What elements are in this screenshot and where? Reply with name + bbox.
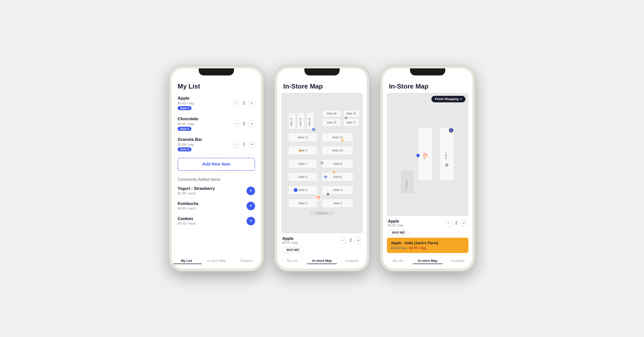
increment-button[interactable]: + bbox=[248, 120, 255, 127]
card-name-price: Apple $4.00 / bag bbox=[282, 236, 297, 244]
item-name: Granola Bar bbox=[178, 137, 233, 142]
svg-text:★: ★ bbox=[299, 148, 302, 153]
nav-coupons[interactable]: Coupons bbox=[442, 258, 472, 264]
increment-button[interactable]: + bbox=[460, 220, 467, 227]
svg-point-61 bbox=[416, 154, 420, 157]
notch bbox=[304, 68, 340, 75]
svg-text:Aisle 4: Aisle 4 bbox=[333, 188, 342, 191]
close-icon[interactable]: × bbox=[460, 97, 462, 101]
item-info: Kombucha $4.00 / each bbox=[178, 201, 198, 210]
qty-control: − 2 + bbox=[233, 100, 255, 107]
qty-control: − 2 + bbox=[445, 220, 467, 227]
svg-point-44 bbox=[327, 193, 329, 195]
coupon-prices: $4.00 / bag $2.00 / bag bbox=[391, 245, 464, 250]
decrement-button[interactable]: − bbox=[233, 100, 240, 107]
quantity: 2 bbox=[454, 221, 458, 225]
item-price: $1.99 / each bbox=[178, 191, 215, 195]
finish-shopping-label: Finish Shopping bbox=[435, 97, 459, 101]
svg-point-41 bbox=[294, 188, 298, 192]
item-price: $4.50 / each bbox=[178, 222, 196, 225]
svg-text:★: ★ bbox=[332, 170, 336, 175]
coupon-sale-price: $2.00 / bag bbox=[409, 246, 426, 250]
nav-my-list[interactable]: My List bbox=[172, 258, 202, 264]
item-price: $4.00 / bag bbox=[178, 101, 233, 105]
quantity: 2 bbox=[349, 238, 353, 243]
nav-coupons[interactable]: Coupons bbox=[231, 258, 261, 264]
svg-text:Aisle 2: Aisle 2 bbox=[333, 202, 342, 205]
bottom-nav: My List In-store Map Coupons bbox=[383, 255, 472, 269]
add-button[interactable]: + bbox=[247, 217, 255, 225]
coupon-orig-price: $4.00 / bag bbox=[391, 246, 406, 250]
nav-coupons[interactable]: Coupons bbox=[337, 258, 367, 264]
map-bottom-card: Apple $4.00 / bag − 2 + MAP ME! bbox=[383, 216, 472, 238]
qty-control: − 2 + bbox=[340, 237, 362, 244]
nav-my-list[interactable]: My List bbox=[277, 258, 307, 264]
common-item: Cookies $4.50 / each + bbox=[172, 214, 261, 229]
decrement-button[interactable]: − bbox=[233, 141, 240, 148]
svg-text:Aisle 16: Aisle 16 bbox=[327, 121, 336, 124]
svg-text:Entrance: Entrance bbox=[405, 180, 408, 189]
common-item: Kombucha $4.00 / each + bbox=[172, 198, 261, 214]
svg-text:Aisle 14: Aisle 14 bbox=[299, 118, 302, 127]
item-name: Chocolate bbox=[178, 116, 233, 121]
item-price: $4.00 / each bbox=[178, 206, 198, 210]
svg-text:Aisle 7: Aisle 7 bbox=[299, 162, 307, 165]
section-heading: Commonly Added Items bbox=[172, 174, 261, 183]
nav-instore-map[interactable]: In-store Map bbox=[202, 258, 231, 264]
decrement-button[interactable]: − bbox=[340, 237, 347, 244]
coupon-title: Apple - Gala (Jack's Farm) bbox=[391, 241, 464, 245]
svg-text:Aisle 13: Aisle 13 bbox=[290, 118, 293, 127]
svg-text:Aisle 8: Aisle 8 bbox=[333, 162, 342, 165]
card-name: Apple bbox=[282, 236, 297, 241]
decrement-button[interactable]: − bbox=[445, 220, 452, 227]
svg-text:Aisle 6: Aisle 6 bbox=[333, 175, 342, 178]
nav-instore-map[interactable]: In-store Map bbox=[413, 258, 443, 264]
zoomed-map-svg: Entrance Aisle 1 Aisle 2 bbox=[387, 93, 468, 216]
item-price: $4.00 / bag bbox=[178, 122, 233, 126]
map-container: Aisle 1 Aisle 2 Aisle 3 Aisle 4 Aisle 5 … bbox=[281, 93, 363, 233]
item-info: Granola Bar $3.99 / bag Aisle 8 bbox=[178, 137, 233, 151]
nav-my-list[interactable]: My List bbox=[383, 258, 413, 264]
map-me-button[interactable]: MAP ME! bbox=[282, 247, 304, 253]
item-info: Cookies $4.50 / each bbox=[178, 217, 196, 225]
add-new-item-button[interactable]: Add New Item bbox=[178, 158, 255, 171]
quantity: 2 bbox=[242, 101, 246, 105]
svg-text:Aisle 11: Aisle 11 bbox=[298, 136, 308, 139]
svg-text:Aisle 10: Aisle 10 bbox=[333, 149, 343, 152]
svg-text:Aisle 2: Aisle 2 bbox=[445, 151, 447, 159]
list-item: Chocolate $4.00 / bag Aisle 5 − 1 + bbox=[172, 113, 261, 134]
svg-text:★: ★ bbox=[450, 129, 452, 132]
svg-point-48 bbox=[320, 161, 323, 164]
card-name-price: Apple $4.00 / bag bbox=[388, 219, 403, 227]
scroll-area: Apple $4.00 / bag Aisle 3 − 2 + Chocolat… bbox=[172, 93, 261, 255]
add-button[interactable]: + bbox=[247, 202, 255, 210]
aisle-badge: Aisle 5 bbox=[178, 127, 191, 131]
common-item: Yogurt - Strawberry $1.99 / each + bbox=[172, 183, 261, 198]
svg-text:Aisle 5: Aisle 5 bbox=[299, 175, 307, 178]
bottom-nav: My List In-store Map Coupons bbox=[172, 255, 261, 269]
item-info: Apple $4.00 / bag Aisle 3 bbox=[178, 96, 233, 110]
nav-instore-map[interactable]: In-store Map bbox=[307, 258, 337, 264]
increment-button[interactable]: + bbox=[248, 100, 255, 107]
decrement-button[interactable]: − bbox=[233, 120, 240, 127]
svg-point-50 bbox=[312, 128, 315, 131]
phone-3: In-Store Map Finish Shopping × Entrance … bbox=[380, 65, 475, 272]
item-name: Kombucha bbox=[178, 201, 198, 206]
svg-text:Aisle 17: Aisle 17 bbox=[347, 121, 356, 124]
increment-button[interactable]: + bbox=[248, 141, 255, 148]
finish-shopping-badge[interactable]: Finish Shopping × bbox=[431, 96, 465, 102]
coupon-strip: Apple - Gala (Jack's Farm) $4.00 / bag $… bbox=[387, 238, 468, 253]
increment-button[interactable]: + bbox=[355, 237, 362, 244]
card-name: Apple bbox=[388, 219, 403, 224]
svg-text:Aisle 15: Aisle 15 bbox=[308, 118, 311, 127]
quantity: 1 bbox=[242, 142, 246, 147]
add-button[interactable]: + bbox=[247, 187, 255, 195]
item-name: Yogurt - Strawberry bbox=[178, 186, 215, 191]
page-title: My List bbox=[172, 78, 261, 93]
map-me-button[interactable]: MAP ME! bbox=[388, 230, 410, 236]
phone-1: My List Apple $4.00 / bag Aisle 3 − 2 + bbox=[169, 65, 264, 272]
notch bbox=[199, 68, 234, 75]
svg-point-62 bbox=[445, 163, 449, 167]
svg-point-49 bbox=[345, 116, 347, 119]
card-row: Apple $4.00 / bag − 2 + bbox=[282, 236, 362, 244]
